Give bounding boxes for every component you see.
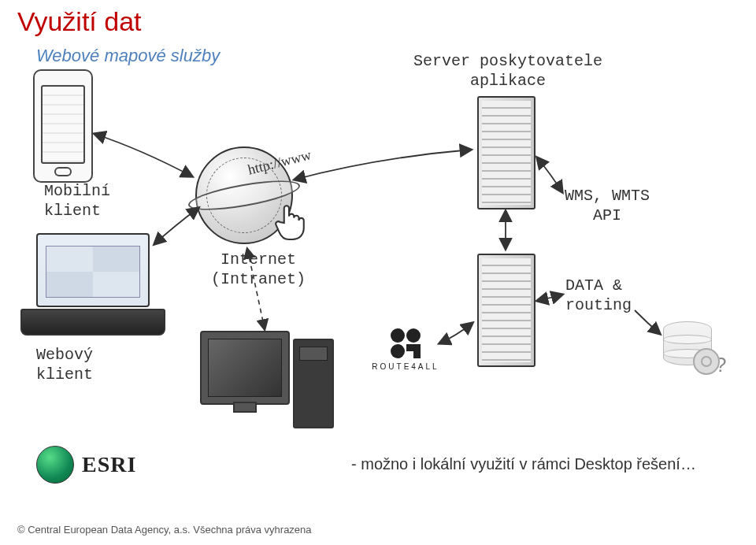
server-icon-routing [477, 254, 536, 367]
hand-cursor-icon [272, 202, 306, 241]
esri-logo: ESRI [36, 446, 136, 484]
esri-globe-icon [36, 446, 74, 484]
page-subtitle: Webové mapové služby [36, 46, 220, 66]
esri-label: ESRI [82, 452, 136, 477]
label-web-client: Webový klient [36, 345, 93, 384]
desktop-pc-icon [200, 331, 334, 433]
label-internet: Internet (Intranet) [211, 250, 306, 289]
svg-point-2 [391, 344, 405, 358]
phone-icon [33, 69, 93, 183]
label-wms-api: WMS, WMTS API [556, 186, 658, 225]
svg-point-1 [406, 328, 421, 343]
route4all-logo: ROUTE4ALL [370, 328, 441, 371]
footer-copyright: © Central European Data Agency, a.s. Vše… [17, 524, 312, 536]
label-server: Server poskytovatele aplikace [406, 51, 610, 91]
page-title: Využití dat [17, 6, 141, 37]
svg-point-0 [391, 328, 405, 343]
slide: { "title": "Využití dat", "subtitle": "W… [0, 0, 756, 545]
label-data-routing: DATA & routing [565, 276, 632, 315]
laptop-icon [20, 233, 162, 336]
note-desktop: - možno i lokální využití v rámci Deskto… [351, 455, 696, 473]
label-mobile-client: Mobilní klient [44, 181, 110, 221]
route4all-label: ROUTE4ALL [370, 362, 441, 371]
server-icon-app [477, 96, 536, 209]
database-icon [663, 321, 712, 372]
